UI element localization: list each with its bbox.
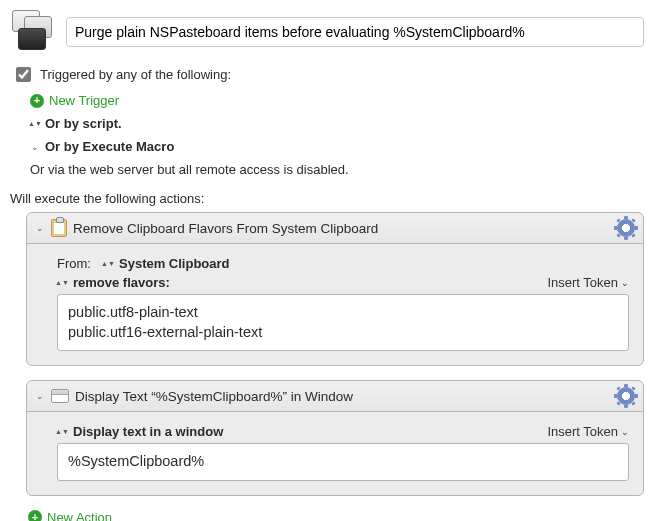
from-value[interactable]: System Clipboard: [119, 256, 230, 271]
display-mode-label[interactable]: Display text in a window: [73, 424, 223, 439]
insert-token-button[interactable]: Insert Token⌄: [547, 424, 629, 439]
stepper-icon[interactable]: ▲▼: [57, 429, 67, 434]
macro-name-input[interactable]: [66, 17, 644, 47]
web-server-note: Or via the web server but all remote acc…: [30, 158, 644, 181]
insert-token-button[interactable]: Insert Token⌄: [547, 275, 629, 290]
plus-icon: +: [30, 94, 44, 108]
execute-label: Will execute the following actions:: [10, 191, 644, 206]
flavors-textarea[interactable]: public.utf8-plain-text public.utf16-exte…: [57, 294, 629, 351]
or-by-script[interactable]: ▲▼ Or by script.: [30, 112, 644, 135]
new-action-button[interactable]: + New Action: [28, 510, 644, 521]
chevron-down-icon: ⌄: [30, 142, 40, 152]
display-text-textarea[interactable]: %SystemClipboard%: [57, 443, 629, 481]
window-icon: [51, 389, 69, 403]
gear-icon[interactable]: [617, 219, 635, 237]
disclosure-icon[interactable]: ⌄: [35, 223, 45, 233]
action-remove-clipboard-flavors: ⌄ Remove Clipboard Flavors From System C…: [26, 212, 644, 366]
new-action-label: New Action: [47, 510, 112, 521]
macro-icon: [10, 10, 58, 54]
clipboard-icon: [51, 219, 67, 237]
new-trigger-button[interactable]: + New Trigger: [30, 89, 644, 112]
stepper-icon[interactable]: ▲▼: [103, 261, 113, 266]
action-display-text: ⌄ Display Text “%SystemClipboard%” in Wi…: [26, 380, 644, 496]
from-label: From:: [57, 256, 97, 271]
or-by-script-label: Or by script.: [45, 116, 122, 131]
stepper-icon: ▲▼: [30, 121, 40, 126]
triggered-label: Triggered by any of the following:: [40, 67, 231, 82]
plus-icon: +: [28, 510, 42, 521]
action-title: Display Text “%SystemClipboard%” in Wind…: [75, 389, 611, 404]
or-by-execute-macro-label: Or by Execute Macro: [45, 139, 174, 154]
new-trigger-label: New Trigger: [49, 93, 119, 108]
triggered-checkbox[interactable]: [16, 67, 31, 82]
stepper-icon[interactable]: ▲▼: [57, 280, 67, 285]
disclosure-icon[interactable]: ⌄: [35, 391, 45, 401]
action-title: Remove Clipboard Flavors From System Cli…: [73, 221, 611, 236]
or-by-execute-macro[interactable]: ⌄ Or by Execute Macro: [30, 135, 644, 158]
remove-flavors-label: remove flavors:: [73, 275, 170, 290]
gear-icon[interactable]: [617, 387, 635, 405]
